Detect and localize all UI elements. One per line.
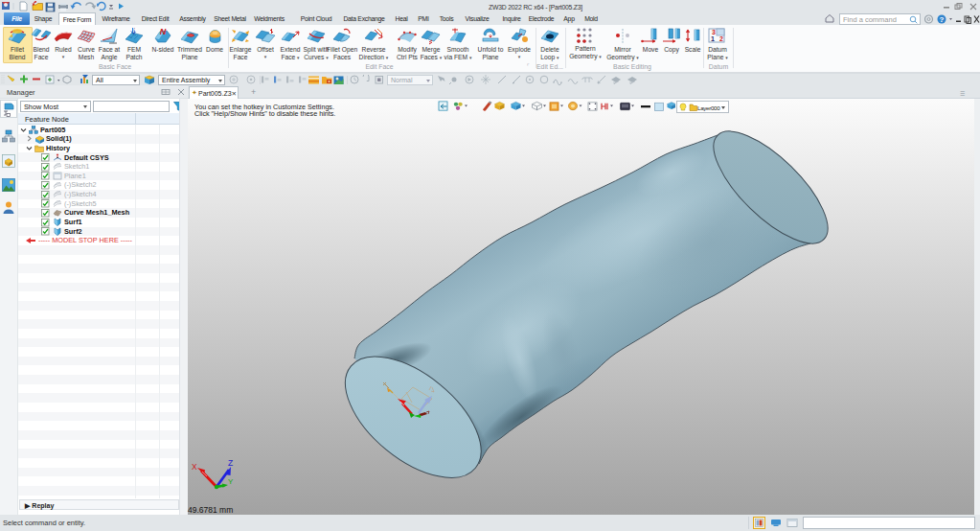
svg-text:Z: Z	[228, 458, 233, 468]
svg-text:3: 3	[712, 29, 716, 35]
svg-text:N: N	[132, 27, 137, 34]
svg-text:?: ?	[940, 14, 945, 23]
svg-text:1: 1	[711, 35, 715, 42]
svg-text:2: 2	[719, 35, 723, 42]
svg-text:Y: Y	[228, 477, 234, 486]
svg-text:N: N	[160, 27, 167, 36]
svg-text:X: X	[192, 462, 197, 472]
